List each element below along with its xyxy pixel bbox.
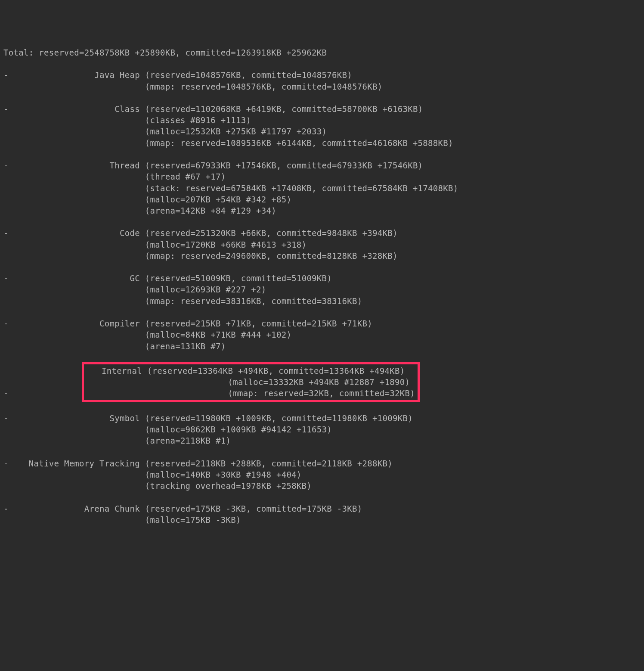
dash: -: [3, 70, 9, 80]
total-line: Total: reserved=2548758KB +25890KB, comm…: [3, 48, 327, 57]
terminal-output: Total: reserved=2548758KB +25890KB, comm…: [3, 47, 641, 525]
section-label-nmt: Native Memory Tracking: [29, 459, 140, 468]
dash: -: [3, 459, 9, 468]
internal-sub2: (mmap: reserved=32KB, committed=32KB): [228, 388, 415, 398]
highlight-box-internal: Internal (reserved=13364KB +494KB, commi…: [82, 362, 420, 402]
gc-sub2: (mmap: reserved=38316KB, committed=38316…: [145, 296, 362, 306]
section-label-class: Class: [115, 104, 140, 114]
nmt-main: (reserved=2118KB +288KB, committed=2118K…: [145, 459, 393, 468]
arena-chunk-sub1: (malloc=175KB -3KB): [145, 515, 241, 525]
dash: -: [3, 273, 9, 283]
class-sub3: (mmap: reserved=1089536KB +6144KB, commi…: [145, 138, 453, 148]
gc-sub1: (malloc=12693KB #227 +2): [145, 285, 266, 294]
compiler-main: (reserved=215KB +71KB, committed=215KB +…: [145, 319, 372, 328]
class-sub1: (classes #8916 +1113): [145, 115, 251, 125]
section-label-code: Code: [120, 228, 140, 238]
thread-sub1: (thread #67 +17): [145, 172, 226, 181]
code-main: (reserved=251320KB +66KB, committed=9848…: [145, 228, 398, 238]
code-sub1: (malloc=1720KB +66KB #4613 +318): [145, 240, 307, 249]
section-label-compiler: Compiler: [99, 319, 140, 328]
class-main: (reserved=1102068KB +6419KB, committed=5…: [145, 104, 423, 114]
class-sub2: (malloc=12532KB +275KB #11797 +2033): [145, 127, 327, 136]
dash: -: [3, 413, 9, 423]
section-label-arena-chunk: Arena Chunk: [84, 504, 140, 513]
dash: -: [3, 319, 9, 328]
dash: -: [3, 388, 9, 398]
java-heap-sub1: (mmap: reserved=1048576KB, committed=104…: [145, 82, 383, 91]
symbol-sub2: (arena=2118KB #1): [145, 436, 231, 445]
section-label-symbol: Symbol: [110, 413, 140, 423]
symbol-main: (reserved=11980KB +1009KB, committed=119…: [145, 413, 413, 423]
dash: -: [3, 104, 9, 114]
java-heap-main: (reserved=1048576KB, committed=1048576KB…: [145, 70, 352, 80]
dash: -: [3, 228, 9, 238]
thread-main: (reserved=67933KB +17546KB, committed=67…: [145, 161, 423, 170]
thread-sub3: (malloc=207KB +54KB #342 +85): [145, 195, 291, 204]
dash: -: [3, 161, 9, 170]
thread-sub4: (arena=142KB +84 #129 +34): [145, 206, 276, 215]
nmt-sub2: (tracking overhead=1978KB +258KB): [145, 481, 312, 491]
internal-main: (reserved=13364KB +494KB, committed=1336…: [147, 366, 405, 376]
section-label-thread: Thread: [110, 161, 140, 170]
section-label-java-heap: Java Heap: [94, 70, 140, 80]
code-sub2: (mmap: reserved=249600KB, committed=8128…: [145, 251, 398, 261]
section-label-internal: Internal: [102, 366, 142, 376]
section-label-gc: GC: [130, 273, 140, 283]
compiler-sub1: (malloc=84KB +71KB #444 +102): [145, 330, 291, 339]
symbol-sub1: (malloc=9862KB +1009KB #94142 +11653): [145, 425, 332, 434]
arena-chunk-main: (reserved=175KB -3KB, committed=175KB -3…: [145, 504, 362, 513]
compiler-sub2: (arena=131KB #7): [145, 342, 226, 351]
gc-main: (reserved=51009KB, committed=51009KB): [145, 273, 332, 283]
dash: -: [3, 504, 9, 513]
internal-sub1: (malloc=13332KB +494KB #12887 +1890): [228, 377, 410, 387]
thread-sub2: (stack: reserved=67584KB +17408KB, commi…: [145, 183, 458, 193]
nmt-sub1: (malloc=140KB +30KB #1948 +404): [145, 470, 302, 479]
